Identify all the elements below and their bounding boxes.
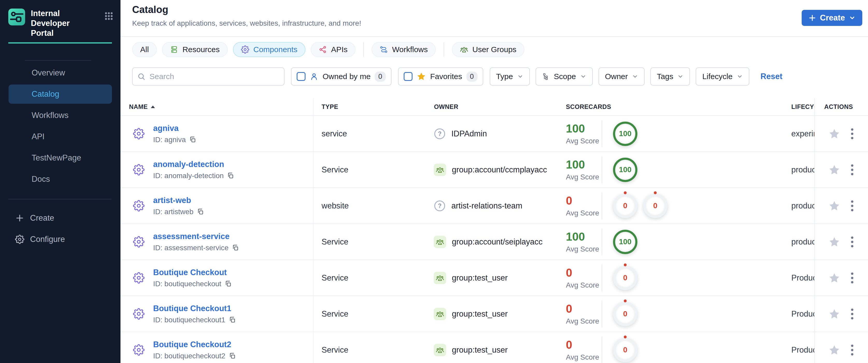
scorecard-badge[interactable]: 0 xyxy=(613,302,638,326)
person-icon xyxy=(310,72,318,81)
sort-asc-icon xyxy=(151,105,155,108)
entity-name-link[interactable]: Boutique Checkout1 xyxy=(153,304,236,313)
name-cell: Boutique Checkout1 ID: boutiquecheckout1 xyxy=(121,296,313,332)
copy-icon[interactable] xyxy=(189,136,196,143)
entity-name-link[interactable]: Boutique Checkout xyxy=(153,268,231,277)
kebab-menu-icon[interactable] xyxy=(850,128,854,140)
create-button-label: Create xyxy=(820,13,845,23)
tab-user-groups[interactable]: User Groups xyxy=(452,42,524,57)
copy-icon[interactable] xyxy=(229,352,236,359)
sidebar-item-overview[interactable]: Overview xyxy=(0,62,121,84)
owner-cell: group:account/seiplayacc xyxy=(430,224,557,260)
filter-dropdown-lifecycle[interactable]: Lifecycle xyxy=(696,67,749,86)
sidebar-item-catalog[interactable]: Catalog xyxy=(8,85,112,104)
chevron-down-icon xyxy=(677,73,684,80)
favorite-star-icon[interactable] xyxy=(828,236,840,248)
create-button[interactable]: Create xyxy=(802,10,863,26)
scorecard-badge[interactable]: 100 xyxy=(613,158,638,182)
sidebar-create-label: Create xyxy=(30,213,54,223)
kebab-menu-icon[interactable] xyxy=(850,236,854,248)
owner-cell: ? IDPAdmin xyxy=(430,116,557,151)
reset-filters-link[interactable]: Reset xyxy=(761,72,782,81)
kebab-menu-icon[interactable] xyxy=(850,200,854,212)
favorites-filter[interactable]: Favorites 0 xyxy=(398,67,483,86)
scorecard-badge[interactable]: 0 xyxy=(613,266,638,290)
sidebar-item-docs[interactable]: Docs xyxy=(0,169,121,190)
owner-name: artist-relations-team xyxy=(452,201,522,211)
scorecard-badge[interactable]: 100 xyxy=(613,122,638,146)
table-body: agniva ID: agniva service ? IDPAdmin 100… xyxy=(121,116,868,363)
owner-name: group:test_user xyxy=(452,309,507,319)
kebab-menu-icon[interactable] xyxy=(850,164,854,176)
search-input[interactable] xyxy=(149,72,279,81)
filter-dropdown-tags[interactable]: Tags xyxy=(650,67,690,86)
owned-by-me-checkbox[interactable] xyxy=(297,72,306,81)
owner-cell: group:test_user xyxy=(430,260,557,296)
copy-icon[interactable] xyxy=(197,208,204,215)
scorecard-badge[interactable]: 0 xyxy=(613,338,638,362)
kebab-menu-icon[interactable] xyxy=(850,308,854,320)
table-row: Boutique Checkout1 ID: boutiquecheckout1… xyxy=(121,296,868,332)
filter-dropdown-scope[interactable]: Scope xyxy=(535,67,593,86)
table-header: NAME TYPE OWNER SCORECARDS LIFECYCLE ACT… xyxy=(121,98,868,116)
kebab-menu-icon[interactable] xyxy=(850,272,854,284)
filter-dropdown-owner[interactable]: Owner xyxy=(598,67,645,86)
entity-id: ID: boutiquecheckout1 xyxy=(153,316,236,324)
sidebar-item-api[interactable]: API xyxy=(0,126,121,147)
favorite-star-icon[interactable] xyxy=(828,128,840,140)
scorecard-badges: 0 xyxy=(613,302,638,326)
brand-title: Internal Developer Portal xyxy=(31,8,93,38)
resources-icon xyxy=(170,46,178,54)
owned-by-me-filter[interactable]: Owned by me 0 xyxy=(291,67,392,86)
sidebar-item-workflows[interactable]: Workflows xyxy=(0,105,121,126)
copy-icon[interactable] xyxy=(225,280,231,287)
gear-icon xyxy=(15,235,24,244)
dropdown-label: Type xyxy=(496,72,513,81)
favorites-label: Favorites xyxy=(430,72,462,81)
avg-score-label: Avg Score xyxy=(566,137,602,145)
entity-name-link[interactable]: anomaly-detection xyxy=(153,160,234,169)
sidebar-item-testnewpage[interactable]: TestNewPage xyxy=(0,147,121,169)
scorecard-badge[interactable]: 100 xyxy=(613,230,638,254)
copy-icon[interactable] xyxy=(227,172,234,179)
sidebar-create-button[interactable]: Create xyxy=(0,207,121,229)
scorecard-badge[interactable]: 0 xyxy=(613,194,638,218)
component-gear-icon xyxy=(133,236,145,248)
copy-icon[interactable] xyxy=(229,316,236,323)
type-cell: Service xyxy=(313,296,430,332)
favorites-checkbox[interactable] xyxy=(404,72,412,81)
filter-dropdown-type[interactable]: Type xyxy=(490,67,530,86)
entity-name-link[interactable]: agniva xyxy=(153,124,196,133)
scorecard-badges: 0 xyxy=(613,338,638,362)
scorecard-badge[interactable]: 0 xyxy=(643,194,668,218)
column-header-name[interactable]: NAME xyxy=(121,98,313,115)
tab-workflows[interactable]: Workflows xyxy=(372,42,436,57)
favorite-star-icon[interactable] xyxy=(828,308,840,320)
sidebar-item-label: Overview xyxy=(32,68,65,78)
tab-apis[interactable]: APIs xyxy=(311,42,355,57)
copy-icon[interactable] xyxy=(232,244,239,251)
actions-cell xyxy=(814,152,868,187)
tab-resources[interactable]: Resources xyxy=(162,42,227,57)
sidebar-configure-button[interactable]: Configure xyxy=(0,229,121,250)
component-gear-icon xyxy=(133,308,145,320)
entity-name-link[interactable]: artist-web xyxy=(153,196,204,205)
entity-name-link[interactable]: assessment-service xyxy=(153,232,239,241)
apps-grid-icon[interactable] xyxy=(104,12,113,21)
favorite-star-icon[interactable] xyxy=(828,200,840,212)
svg-text:?: ? xyxy=(438,130,441,137)
entity-name-link[interactable]: Boutique Checkout2 xyxy=(153,340,236,349)
score-divider xyxy=(602,229,602,255)
favorite-star-icon[interactable] xyxy=(828,272,840,284)
table-row: Boutique Checkout ID: boutiquecheckout S… xyxy=(121,260,868,296)
kebab-menu-icon[interactable] xyxy=(850,344,854,356)
tab-all[interactable]: All xyxy=(132,42,157,57)
tab-components[interactable]: Components xyxy=(233,42,306,57)
dropdown-label: Tags xyxy=(657,72,673,81)
favorite-star-icon[interactable] xyxy=(828,164,840,176)
favorite-star-icon[interactable] xyxy=(828,344,840,356)
component-gear-icon xyxy=(133,200,145,212)
sidebar-divider-bottom xyxy=(8,199,112,200)
score-divider xyxy=(602,156,602,183)
type-cell: Service xyxy=(313,260,430,296)
